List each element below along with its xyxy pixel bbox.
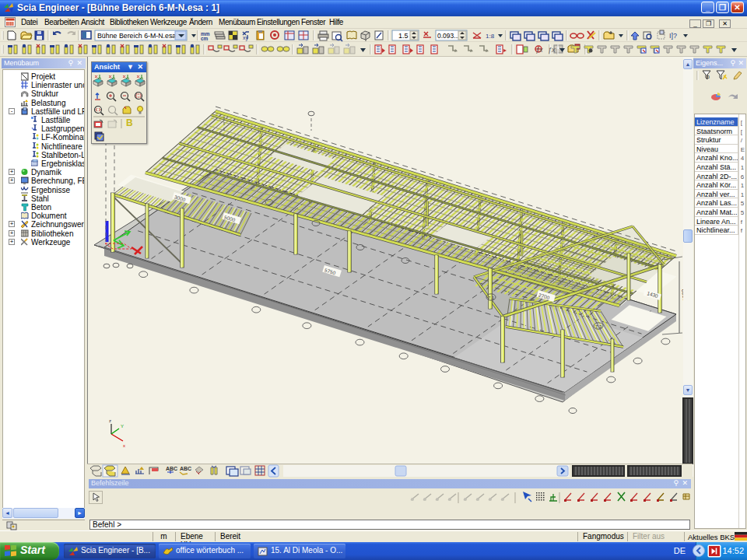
svg-text:Bühne Bereich 6-M-N.esa: Bühne Bereich 6-M-N.esa — [97, 32, 176, 40]
svg-text:B: B — [126, 117, 133, 128]
svg-text:7.1: 7.1 — [488, 296, 495, 300]
svg-text:Y: Y — [121, 424, 124, 429]
svg-text:cm: cm — [201, 36, 209, 41]
svg-text:I]?: I]? — [669, 32, 677, 40]
svg-text:b: b — [707, 74, 710, 79]
svg-text:7.3: 7.3 — [595, 324, 602, 329]
svg-text:ƒx′: ƒx′ — [548, 46, 557, 54]
svg-text:ƒx: ƒx — [535, 46, 543, 54]
svg-text:ABC: ABC — [180, 466, 191, 471]
svg-text:x: x — [123, 443, 125, 448]
svg-text:0.093...: 0.093... — [437, 32, 459, 40]
svg-text:1:8: 1:8 — [486, 33, 495, 40]
svg-text:ABC: ABC — [166, 466, 177, 471]
svg-text:xy: xy — [243, 35, 249, 41]
svg-text:1.5: 1.5 — [398, 32, 409, 40]
svg-text:z: z — [109, 418, 111, 423]
